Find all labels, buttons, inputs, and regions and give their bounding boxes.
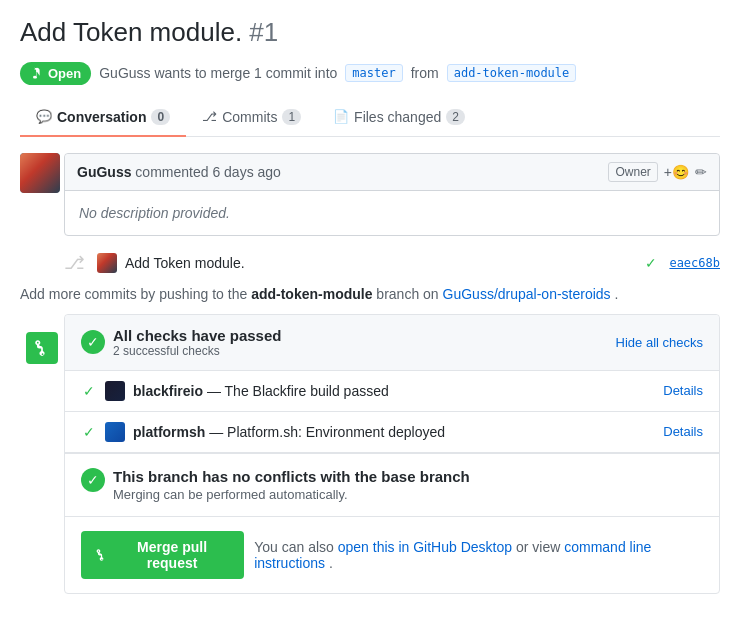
- tab-commits[interactable]: ⎇ Commits 1: [186, 99, 317, 137]
- checks-box: ✓ All checks have passed 2 successful ch…: [64, 314, 720, 594]
- checks-wrapper: ✓ All checks have passed 2 successful ch…: [20, 314, 720, 594]
- hide-checks-link[interactable]: Hide all checks: [616, 335, 703, 350]
- open-badge: Open: [20, 62, 91, 85]
- blackfire-details-link[interactable]: Details: [663, 383, 703, 398]
- info-text: Add more commits by pushing to the add-t…: [20, 286, 720, 302]
- check-item-icon-blackfire: ✓: [81, 383, 97, 399]
- checks-passed-icon: ✓: [81, 330, 105, 354]
- info-suffix: .: [615, 286, 619, 302]
- platform-details-link[interactable]: Details: [663, 424, 703, 439]
- comment-author: GuGuss: [77, 164, 131, 180]
- tab-conversation[interactable]: 💬 Conversation 0: [20, 99, 186, 137]
- tab-files-label: Files changed: [354, 109, 441, 125]
- checks-header: ✓ All checks have passed 2 successful ch…: [65, 315, 719, 371]
- comment-section: GuGuss commented 6 days ago Owner +😊 ✏ N…: [20, 153, 720, 252]
- commit-check-icon: ✓: [645, 255, 657, 271]
- status-description: GuGuss wants to merge 1 commit into: [99, 65, 337, 81]
- page-title: Add Token module. #1: [20, 16, 720, 50]
- commit-message: Add Token module.: [125, 255, 245, 271]
- git-merge-icon: [33, 339, 51, 357]
- info-branch: add-token-module: [251, 286, 372, 302]
- emoji-button[interactable]: +😊: [664, 164, 689, 180]
- tab-commits-count: 1: [282, 109, 301, 125]
- owner-badge: Owner: [608, 162, 657, 182]
- merge-end: .: [329, 555, 333, 571]
- comment-header: GuGuss commented 6 days ago Owner +😊 ✏: [65, 154, 719, 191]
- tab-conversation-label: Conversation: [57, 109, 146, 125]
- check-item-text-blackfire: blackfireio — The Blackfire build passed: [133, 383, 655, 399]
- comment-box: GuGuss commented 6 days ago Owner +😊 ✏ N…: [64, 153, 720, 236]
- checks-header-left: ✓ All checks have passed 2 successful ch…: [81, 327, 281, 358]
- no-conflicts-title: This branch has no conflicts with the ba…: [113, 468, 470, 485]
- comment-time: 6 days ago: [212, 164, 281, 180]
- comment-header-right: Owner +😊 ✏: [608, 162, 707, 182]
- files-icon: 📄: [333, 109, 349, 124]
- edit-icon[interactable]: ✏: [695, 164, 707, 180]
- tab-files-changed[interactable]: 📄 Files changed 2: [317, 99, 481, 137]
- open-badge-label: Open: [48, 66, 81, 81]
- commits-icon: ⎇: [202, 109, 217, 124]
- merge-button-label: Merge pull request: [114, 539, 230, 571]
- platform-avatar: [105, 422, 125, 442]
- info-prefix: Add more commits by pushing to the: [20, 286, 247, 302]
- no-conflicts-box: ✓ This branch has no conflicts with the …: [65, 453, 719, 516]
- no-conflicts-subtitle: Merging can be performed automatically.: [113, 487, 470, 502]
- blackfire-avatar: [105, 381, 125, 401]
- avatar: [20, 153, 60, 193]
- git-pull-request-icon: [30, 66, 44, 80]
- from-text: from: [411, 65, 439, 81]
- git-merge-icon-box: [26, 332, 58, 364]
- title-text: Add Token module.: [20, 17, 242, 47]
- conversation-icon: 💬: [36, 109, 52, 124]
- comment-header-left: GuGuss commented 6 days ago: [77, 164, 281, 180]
- commit-item: Add Token module.: [97, 253, 633, 273]
- check-item-icon-platform: ✓: [81, 424, 97, 440]
- merge-extra-text: You can also open this in GitHub Desktop…: [254, 539, 703, 571]
- check-item-text-platform: platformsh — Platform.sh: Environment de…: [133, 424, 655, 440]
- comment-action: commented: [135, 164, 212, 180]
- commit-row: ⎇ Add Token module. ✓ eaec68b: [20, 252, 720, 286]
- tabs-bar: 💬 Conversation 0 ⎇ Commits 1 📄 Files cha…: [20, 99, 720, 137]
- info-middle: branch on: [376, 286, 438, 302]
- merge-button[interactable]: Merge pull request: [81, 531, 244, 579]
- tab-conversation-count: 0: [151, 109, 170, 125]
- commit-branch-icon: ⎇: [64, 252, 85, 274]
- no-conflicts-icon: ✓: [81, 468, 105, 492]
- checks-sidebar: [20, 314, 64, 594]
- tab-files-count: 2: [446, 109, 465, 125]
- tab-commits-label: Commits: [222, 109, 277, 125]
- platform-service-name: platformsh: [133, 424, 205, 440]
- commit-sha-link[interactable]: eaec68b: [669, 256, 720, 270]
- no-conflicts-text: This branch has no conflicts with the ba…: [113, 468, 470, 502]
- checks-title: All checks have passed: [113, 327, 281, 344]
- merge-button-icon: [95, 548, 108, 562]
- comment-body: No description provided.: [65, 191, 719, 235]
- platform-description: — Platform.sh: Environment deployed: [209, 424, 445, 440]
- check-item-blackfire: ✓ blackfireio — The Blackfire build pass…: [65, 371, 719, 412]
- info-repo-link[interactable]: GuGuss/drupal-on-steroids: [443, 286, 611, 302]
- merge-section: Merge pull request You can also open thi…: [65, 516, 719, 593]
- commit-avatar: [97, 253, 117, 273]
- avatar-column: [20, 153, 64, 252]
- merge-desktop-link[interactable]: open this in GitHub Desktop: [338, 539, 512, 555]
- merge-extra-prefix: You can also: [254, 539, 334, 555]
- merge-or-text: or view: [516, 539, 560, 555]
- status-row: Open GuGuss wants to merge 1 commit into…: [20, 62, 720, 85]
- avatar-image: [20, 153, 60, 193]
- checks-subtitle: 2 successful checks: [113, 344, 281, 358]
- checks-header-text: All checks have passed 2 successful chec…: [113, 327, 281, 358]
- source-branch-tag: add-token-module: [447, 64, 577, 82]
- blackfire-service-name: blackfireio: [133, 383, 203, 399]
- pr-number: #1: [249, 17, 278, 47]
- target-branch-tag: master: [345, 64, 402, 82]
- blackfire-description: — The Blackfire build passed: [207, 383, 389, 399]
- check-item-platform: ✓ platformsh — Platform.sh: Environment …: [65, 412, 719, 453]
